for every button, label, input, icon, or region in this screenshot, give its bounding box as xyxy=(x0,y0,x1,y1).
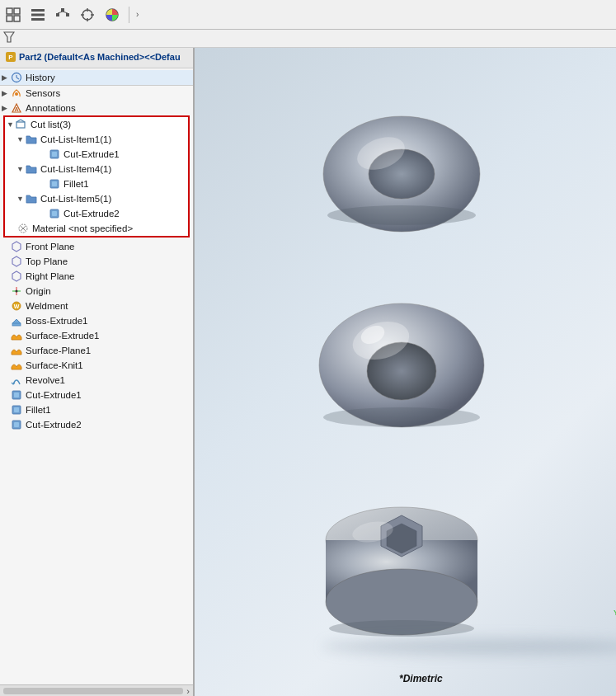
material-item[interactable]: Material <not specified> xyxy=(5,221,188,236)
surface-plane1-item[interactable]: Surface-Plane1 xyxy=(0,343,193,358)
cut-list-section: ▼ Cut list(3) ▼ xyxy=(3,115,190,237)
filter-icon[interactable] xyxy=(3,31,15,45)
svg-marker-18 xyxy=(4,32,14,42)
svg-rect-7 xyxy=(61,8,64,12)
left-panel: P Part2 (Default<As Machined><<Defau ▶ H… xyxy=(0,48,195,696)
cut-extrude2-child-label: Cut-Extrude2 xyxy=(63,209,120,219)
svg-rect-5 xyxy=(31,13,45,16)
tree-icon[interactable] xyxy=(53,5,73,25)
grid-icon[interactable] xyxy=(3,5,23,25)
svg-rect-46 xyxy=(14,393,19,397)
folder-icon-4 xyxy=(25,162,38,176)
crosshair-icon[interactable] xyxy=(78,5,97,25)
svg-rect-4 xyxy=(31,9,45,12)
surface-plane1-icon xyxy=(10,344,23,357)
annotations-expand: ▶ xyxy=(2,104,10,112)
right-plane-item[interactable]: Right Plane xyxy=(0,269,193,284)
svg-line-11 xyxy=(63,12,68,13)
svg-rect-6 xyxy=(31,18,45,21)
panel-scroll-right[interactable]: › xyxy=(186,686,193,696)
cut-extrude2-main-label: Cut-Extrude2 xyxy=(26,420,82,430)
history-item[interactable]: ▶ History xyxy=(0,70,193,86)
svg-text:P: P xyxy=(8,54,13,61)
weldment-icon: W xyxy=(10,299,23,313)
svg-rect-9 xyxy=(66,13,69,16)
top-plane-icon xyxy=(10,255,23,268)
svg-rect-44 xyxy=(12,323,21,326)
cut-extrude2-icon xyxy=(48,207,61,220)
main-toolbar: › xyxy=(0,0,616,30)
sensors-item[interactable]: ▶ Sensors xyxy=(0,86,193,101)
tree-container[interactable]: ▶ History ▶ xyxy=(0,68,193,684)
cut-list-item5-label: Cut-List-Item5(1) xyxy=(40,194,111,204)
fillet1-main-icon xyxy=(10,403,23,416)
boss-extrude1-icon xyxy=(10,314,23,327)
cut-list-item4[interactable]: ▼ Cut-List-Item4(1) xyxy=(5,162,188,176)
sensors-label: Sensors xyxy=(26,88,60,98)
toolbar-separator xyxy=(129,7,129,23)
svg-rect-1 xyxy=(14,8,20,14)
svg-rect-27 xyxy=(16,122,25,128)
floor-shadow xyxy=(322,638,616,655)
front-plane-item[interactable]: Front Plane xyxy=(0,239,193,254)
viewport[interactable]: X Y Z *Dimetric xyxy=(195,48,616,696)
material-label: Material <not specified> xyxy=(32,223,133,233)
svg-line-23 xyxy=(16,78,19,79)
cut-extrude1-child[interactable]: Cut-Extrude1 xyxy=(5,147,188,162)
weldment-label: Weldment xyxy=(26,301,68,311)
cut-list-item4-label: Cut-List-Item4(1) xyxy=(40,164,111,174)
cut-extrude1-icon xyxy=(48,148,61,161)
shape-hex-ring xyxy=(311,495,492,639)
surface-knit1-icon xyxy=(10,359,23,372)
right-plane-label: Right Plane xyxy=(26,271,74,281)
fillet1-item[interactable]: Fillet1 xyxy=(0,402,193,417)
annotations-item[interactable]: ▶ A Annotations xyxy=(0,101,193,115)
revolve1-label: Revolve1 xyxy=(26,375,65,385)
cut-extrude2-child[interactable]: Cut-Extrude2 xyxy=(5,206,188,221)
list-icon[interactable] xyxy=(28,5,48,25)
cut-extrude1-item[interactable]: Cut-Extrude1 xyxy=(0,388,193,402)
revolve1-item[interactable]: Revolve1 xyxy=(0,373,193,388)
origin-icon xyxy=(10,285,23,298)
history-icon xyxy=(10,71,23,84)
cut-list-item1-label: Cut-List-Item1(1) xyxy=(40,134,111,144)
cut-list-item5[interactable]: ▼ Cut-List-Item5(1) xyxy=(5,191,188,206)
main-area: P Part2 (Default<As Machined><<Defau ▶ H… xyxy=(0,48,616,696)
origin-item[interactable]: Origin xyxy=(0,284,193,299)
cut-extrude1-child-label: Cut-Extrude1 xyxy=(63,149,120,159)
svg-point-41 xyxy=(16,290,18,293)
cut-list-expand: ▼ xyxy=(7,120,15,129)
cut-extrude2-main-icon xyxy=(10,418,23,431)
surface-knit1-item[interactable]: Surface-Knit1 xyxy=(0,358,193,373)
fillet1-child[interactable]: Fillet1 xyxy=(5,176,188,191)
origin-label: Origin xyxy=(26,286,51,296)
svg-rect-33 xyxy=(52,181,57,186)
dimetric-label: *Dimetric xyxy=(399,673,443,684)
svg-rect-8 xyxy=(56,13,59,16)
shapes-container xyxy=(212,64,591,683)
fillet1-icon xyxy=(48,177,61,190)
svg-rect-50 xyxy=(14,422,19,427)
svg-point-54 xyxy=(327,205,476,225)
cut-list-item1[interactable]: ▼ Cut-List-Item1(1) xyxy=(5,132,188,147)
surface-knit1-label: Surface-Knit1 xyxy=(26,360,83,370)
weldment-item[interactable]: W Weldment xyxy=(0,299,193,313)
axis-indicator: X Y Z xyxy=(407,630,457,671)
surface-extrude1-item[interactable]: Surface-Extrude1 xyxy=(0,328,193,343)
filter-row xyxy=(0,30,616,48)
sensors-icon xyxy=(10,87,23,100)
top-plane-label: Top Plane xyxy=(26,256,68,266)
cut-list-label: Cut list(3) xyxy=(31,120,71,129)
revolve1-icon xyxy=(10,374,23,387)
svg-text:A: A xyxy=(14,106,18,112)
toolbar-expand-icon[interactable]: › xyxy=(136,10,139,19)
boss-extrude1-item[interactable]: Boss-Extrude1 xyxy=(0,313,193,328)
cut-list-header[interactable]: ▼ Cut list(3) xyxy=(5,117,188,132)
cut-extrude2-item[interactable]: Cut-Extrude2 xyxy=(0,417,193,432)
sensors-expand: ▶ xyxy=(2,89,10,97)
folder-icon-1 xyxy=(25,133,38,146)
surface-extrude1-label: Surface-Extrude1 xyxy=(26,331,100,341)
svg-point-24 xyxy=(15,92,18,96)
color-wheel-icon[interactable] xyxy=(102,5,122,25)
top-plane-item[interactable]: Top Plane xyxy=(0,254,193,269)
